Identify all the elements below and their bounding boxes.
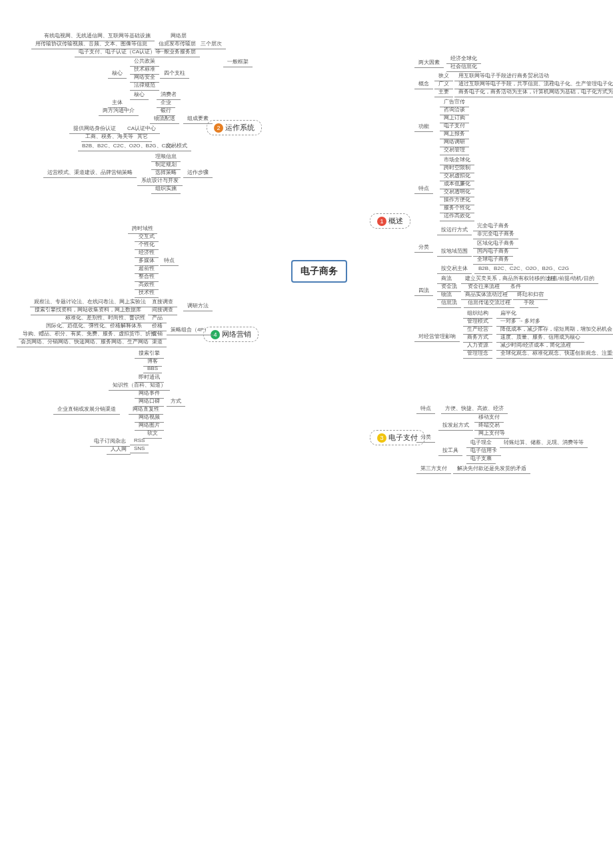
node: 手段 <box>520 297 538 308</box>
node: 物流配送 <box>150 113 179 124</box>
node: 四个支柱 <box>160 68 189 79</box>
node: 特点 <box>414 183 433 194</box>
node: 一般框架 <box>223 57 253 67</box>
node: 运营模式、渠道建设、品牌营销策略 <box>43 167 137 178</box>
node: 调研方法 <box>183 301 213 311</box>
node: 起点/前提/动机/目的 <box>543 273 598 284</box>
node: 主要 <box>434 87 453 97</box>
node: 一般业务服务层 <box>155 47 200 57</box>
node: 会员网络、分销网络、快递网络、服务网络、生产网络 <box>17 337 153 347</box>
node: 特点 <box>160 255 179 266</box>
node: 运作步骤 <box>183 167 213 178</box>
node: 信息传递交流过程 <box>464 297 514 308</box>
node: 核心 <box>108 68 127 79</box>
node: 四流 <box>414 285 433 296</box>
node: 分类 <box>416 432 435 443</box>
main-system[interactable]: 2运作系统 <box>207 120 262 135</box>
node: 按发起方式 <box>438 420 473 431</box>
node: 对经营管理影响 <box>414 331 460 342</box>
node: 两大因素 <box>414 57 444 68</box>
node: 策略组合（4P） <box>167 325 213 335</box>
node: 三个层次 <box>197 39 226 49</box>
main-label: 运作系统 <box>225 123 255 131</box>
node: 解决先付款还是先发货的矛盾 <box>453 463 530 474</box>
node: 按交易主体 <box>437 263 472 274</box>
root-node[interactable]: 电子商务 <box>291 260 347 283</box>
node: 运作高效化 <box>440 211 474 221</box>
node: 按工具 <box>438 445 462 456</box>
node: 概念 <box>414 79 433 89</box>
node: B2B、B2C、C2C、O2O、B2G、C2G <box>474 263 573 274</box>
node: 信息流 <box>437 297 461 308</box>
node: SNS <box>130 444 149 453</box>
node: 组成要素 <box>183 113 213 124</box>
node: 特点 <box>416 403 435 414</box>
node: 人人网 <box>107 444 131 455</box>
node: 分类 <box>414 242 433 253</box>
node: 全球化观念、标准化观念、快速创新观念、注重知识观念 <box>496 348 613 359</box>
main-label: 电子支付 <box>388 433 418 441</box>
node: 功能 <box>414 121 433 132</box>
node: 交易管理 <box>440 145 469 155</box>
node: 第三方支付 <box>416 463 451 474</box>
node: 核心 <box>130 89 149 100</box>
node: 管理理念 <box>463 348 492 359</box>
main-label: 网络营销 <box>222 330 251 338</box>
node: 交易模式 <box>162 141 191 151</box>
main-label: 概述 <box>388 217 403 225</box>
node: 按地域范围 <box>437 246 472 257</box>
node: 按运行方式 <box>437 225 472 235</box>
node: 转账结算、储蓄、兑现、消费等等 <box>500 437 588 448</box>
node: 渠道 <box>148 337 167 347</box>
node: 组织实施 <box>151 183 181 194</box>
node: 电子支票 <box>466 453 496 464</box>
node: 两方沟通中介 <box>99 105 139 116</box>
main-overview[interactable]: 1概述 <box>370 213 410 229</box>
node: 方式 <box>167 396 185 407</box>
node: 企业直销或发展分销渠道 <box>53 404 120 415</box>
node: 商务电子化，商务活动为主体，计算机网络为基础，电子化方式为手段 <box>454 87 613 97</box>
